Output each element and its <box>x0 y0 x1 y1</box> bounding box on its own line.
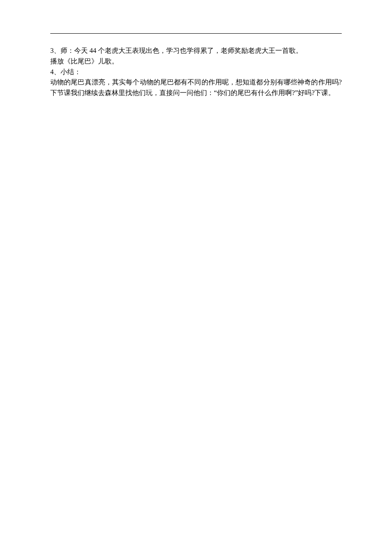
paragraph-item-3: 3、师：今天 44 个老虎大王表现出色，学习也学得累了，老师奖励老虎大王一首歌。 <box>50 46 342 56</box>
text-segment: 个老虎大王表现出色，学习也学得累了，老师奖励老虎大王一首歌。 <box>96 47 303 54</box>
page-container: 3、师：今天 44 个老虎大王表现出色，学习也学得累了，老师奖励老虎大王一首歌。… <box>0 0 392 98</box>
horizontal-rule <box>50 33 342 34</box>
text-segment: 、小结： <box>54 68 81 75</box>
item-number: 3 <box>50 47 54 54</box>
paragraph-play-song: 播放《比尾巴》儿歌。 <box>50 56 342 67</box>
count-number: 44 <box>89 47 96 54</box>
text-block: 动物的尾巴真漂亮，其实每个动物的尾巴都有不同的作用呢，想知道都分别有哪些神奇的作… <box>50 78 342 96</box>
paragraph-summary: 动物的尾巴真漂亮，其实每个动物的尾巴都有不同的作用呢，想知道都分别有哪些神奇的作… <box>50 77 342 98</box>
item-number: 4 <box>50 68 54 75</box>
text-segment: 、师：今天 <box>54 47 89 54</box>
text-line: 播放《比尾巴》儿歌。 <box>50 58 118 65</box>
paragraph-item-4: 4、小结： <box>50 67 342 78</box>
